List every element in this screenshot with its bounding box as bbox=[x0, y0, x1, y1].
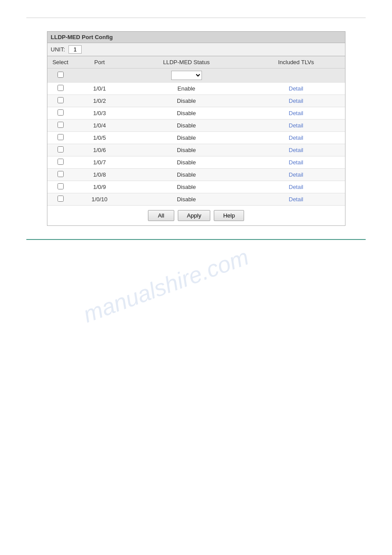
row-status: Disable bbox=[126, 95, 247, 107]
table-row: 1/0/8DisableDetail bbox=[47, 169, 345, 181]
filter-status-cell: Enable Disable bbox=[126, 69, 247, 83]
row-select-cell bbox=[47, 120, 74, 132]
row-detail: Detail bbox=[247, 120, 345, 132]
panel-title: LLDP-MED Port Config bbox=[47, 32, 345, 43]
header-checkbox[interactable] bbox=[58, 72, 64, 78]
all-button[interactable]: All bbox=[148, 210, 174, 221]
detail-link[interactable]: Detail bbox=[289, 85, 303, 92]
table-row: 1/0/4DisableDetail bbox=[47, 120, 345, 132]
row-detail: Detail bbox=[247, 83, 345, 95]
help-button[interactable]: Help bbox=[214, 210, 244, 221]
table-header-row: Select Port LLDP-MED Status Included TLV… bbox=[47, 56, 345, 69]
row-status: Disable bbox=[126, 193, 247, 206]
row-checkbox[interactable] bbox=[58, 97, 64, 103]
unit-label: UNIT: bbox=[51, 46, 65, 53]
row-select-cell bbox=[47, 181, 74, 193]
table-row: 1/0/9DisableDetail bbox=[47, 181, 345, 193]
row-status: Disable bbox=[126, 107, 247, 120]
table-body: 1/0/1EnableDetail1/0/2DisableDetail1/0/3… bbox=[47, 83, 345, 206]
col-header-tlvs: Included TLVs bbox=[247, 56, 345, 69]
row-detail: Detail bbox=[247, 95, 345, 107]
row-checkbox[interactable] bbox=[58, 85, 64, 91]
button-row: All Apply Help bbox=[47, 206, 345, 225]
row-detail: Detail bbox=[247, 156, 345, 169]
filter-port-cell bbox=[74, 69, 126, 83]
detail-link[interactable]: Detail bbox=[289, 159, 303, 166]
row-port: 1/0/5 bbox=[74, 132, 126, 144]
table-row: 1/0/2DisableDetail bbox=[47, 95, 345, 107]
table-filter-row: Enable Disable bbox=[47, 69, 345, 83]
row-status: Enable bbox=[126, 83, 247, 95]
row-checkbox[interactable] bbox=[58, 196, 64, 202]
row-port: 1/0/1 bbox=[74, 83, 126, 95]
detail-link[interactable]: Detail bbox=[289, 98, 303, 104]
detail-link[interactable]: Detail bbox=[289, 110, 303, 116]
unit-row: UNIT: bbox=[47, 43, 345, 56]
unit-input[interactable] bbox=[68, 45, 82, 54]
page-container: LLDP-MED Port Config UNIT: Select Port L… bbox=[0, 18, 392, 555]
table-row: 1/0/7DisableDetail bbox=[47, 156, 345, 169]
row-port: 1/0/10 bbox=[74, 193, 126, 206]
col-header-status: LLDP-MED Status bbox=[126, 56, 247, 69]
row-checkbox[interactable] bbox=[58, 122, 64, 128]
table-row: 1/0/5DisableDetail bbox=[47, 132, 345, 144]
row-status: Disable bbox=[126, 181, 247, 193]
row-select-cell bbox=[47, 132, 74, 144]
filter-select-cell bbox=[47, 69, 74, 83]
detail-link[interactable]: Detail bbox=[289, 122, 303, 129]
row-status: Disable bbox=[126, 132, 247, 144]
bottom-border bbox=[26, 239, 366, 240]
row-select-cell bbox=[47, 156, 74, 169]
row-select-cell bbox=[47, 95, 74, 107]
row-port: 1/0/3 bbox=[74, 107, 126, 120]
row-detail: Detail bbox=[247, 193, 345, 206]
row-checkbox[interactable] bbox=[58, 159, 64, 165]
detail-link[interactable]: Detail bbox=[289, 134, 303, 141]
row-port: 1/0/8 bbox=[74, 169, 126, 181]
table-row: 1/0/3DisableDetail bbox=[47, 107, 345, 120]
row-port: 1/0/2 bbox=[74, 95, 126, 107]
lldp-med-panel: LLDP-MED Port Config UNIT: Select Port L… bbox=[47, 31, 345, 226]
row-detail: Detail bbox=[247, 181, 345, 193]
apply-button[interactable]: Apply bbox=[178, 210, 211, 221]
row-port: 1/0/7 bbox=[74, 156, 126, 169]
col-header-select: Select bbox=[47, 56, 74, 69]
table-row: 1/0/10DisableDetail bbox=[47, 193, 345, 206]
table-row: 1/0/6DisableDetail bbox=[47, 144, 345, 156]
detail-link[interactable]: Detail bbox=[289, 184, 303, 190]
row-select-cell bbox=[47, 169, 74, 181]
row-select-cell bbox=[47, 193, 74, 206]
row-detail: Detail bbox=[247, 144, 345, 156]
status-filter-select[interactable]: Enable Disable bbox=[171, 71, 202, 80]
table-row: 1/0/1EnableDetail bbox=[47, 83, 345, 95]
row-status: Disable bbox=[126, 169, 247, 181]
row-checkbox[interactable] bbox=[58, 183, 64, 189]
row-select-cell bbox=[47, 144, 74, 156]
detail-link[interactable]: Detail bbox=[289, 196, 303, 203]
row-detail: Detail bbox=[247, 132, 345, 144]
row-select-cell bbox=[47, 83, 74, 95]
filter-tlvs-cell bbox=[247, 69, 345, 83]
detail-link[interactable]: Detail bbox=[289, 171, 303, 178]
detail-link[interactable]: Detail bbox=[289, 147, 303, 153]
row-port: 1/0/4 bbox=[74, 120, 126, 132]
watermark: manualshire.com bbox=[80, 243, 252, 328]
col-header-port: Port bbox=[74, 56, 126, 69]
row-status: Disable bbox=[126, 144, 247, 156]
config-table: Select Port LLDP-MED Status Included TLV… bbox=[47, 56, 345, 206]
row-status: Disable bbox=[126, 156, 247, 169]
content-area: LLDP-MED Port Config UNIT: Select Port L… bbox=[0, 18, 392, 239]
row-detail: Detail bbox=[247, 169, 345, 181]
row-checkbox[interactable] bbox=[58, 146, 64, 152]
row-checkbox[interactable] bbox=[58, 109, 64, 116]
row-checkbox[interactable] bbox=[58, 171, 64, 177]
row-port: 1/0/6 bbox=[74, 144, 126, 156]
row-port: 1/0/9 bbox=[74, 181, 126, 193]
row-checkbox[interactable] bbox=[58, 134, 64, 140]
row-detail: Detail bbox=[247, 107, 345, 120]
row-status: Disable bbox=[126, 120, 247, 132]
row-select-cell bbox=[47, 107, 74, 120]
